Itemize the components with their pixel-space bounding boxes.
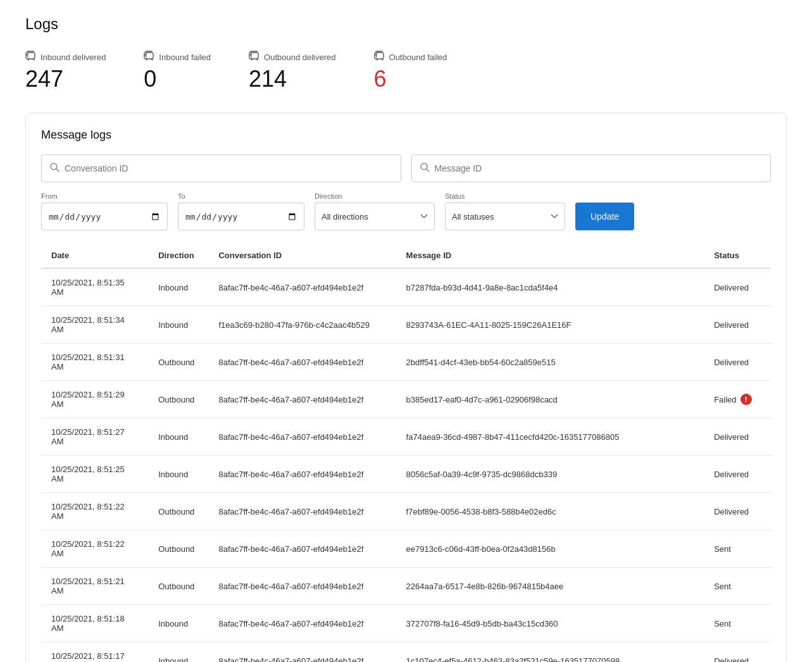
col-header-status: Status: [704, 243, 771, 268]
msg-id-cell: 1c107ec4-ef5a-4612-b463-83a2f521c59e-163…: [396, 642, 704, 663]
status-text: Failed: [714, 395, 736, 404]
status-filter-group: Status All statusesDeliveredFailedSent: [445, 192, 565, 230]
stat-outbound-failed: Outbound failed 6: [374, 51, 447, 92]
status-cell: Sent: [704, 568, 771, 605]
msg-id-cell: 2264aa7a-6517-4e8b-826b-9674815b4aee: [396, 568, 704, 605]
message-search-box: [411, 154, 771, 182]
conv-id-cell: 8afac7ff-be4c-46a7-a607-efd494eb1e2f: [208, 568, 396, 605]
message-search-icon: [420, 162, 430, 175]
update-button[interactable]: Update: [575, 203, 634, 230]
stat-label-text: Inbound delivered: [41, 53, 106, 62]
table-row[interactable]: 10/25/2021, 8:51:22 AM Outbound 8afac7ff…: [41, 530, 771, 568]
direction-select[interactable]: All directionsInboundOutbound: [315, 203, 435, 230]
conversation-id-input[interactable]: [65, 163, 393, 173]
svg-rect-3: [375, 53, 384, 59]
date-cell: 10/25/2021, 8:51:29 AM: [41, 381, 148, 418]
status-select[interactable]: All statusesDeliveredFailedSent: [445, 203, 565, 230]
status-label: Status: [445, 192, 565, 200]
stat-label-text: Outbound delivered: [264, 53, 335, 62]
conv-id-cell: f1ea3c69-b280-47fa-976b-c4c2aac4b529: [208, 306, 396, 344]
message-logs-card: Message logs: [25, 113, 787, 662]
page-title: Logs: [25, 15, 787, 33]
msg-id-cell: 8293743A-61EC-4A11-8025-159C26A1E16F: [396, 306, 704, 344]
msg-id-cell: ee7913c6-c06d-43ff-b0ea-0f2a43d8156b: [396, 530, 704, 568]
table-row[interactable]: 10/25/2021, 8:51:18 AM Inbound 8afac7ff-…: [41, 605, 771, 642]
status-cell: Failed!: [704, 381, 771, 418]
table-row[interactable]: 10/25/2021, 8:51:25 AM Inbound 8afac7ff-…: [41, 456, 771, 493]
from-filter-group: From: [41, 192, 168, 230]
conv-id-cell: 8afac7ff-be4c-46a7-a607-efd494eb1e2f: [208, 381, 396, 418]
col-header-direction: Direction: [148, 243, 208, 268]
msg-id-cell: f7ebf89e-0056-4538-b8f3-588b4e02ed6c: [396, 493, 704, 530]
date-cell: 10/25/2021, 8:51:18 AM: [41, 605, 148, 642]
stat-value: 247: [25, 66, 106, 92]
table-row[interactable]: 10/25/2021, 8:51:31 AM Outbound 8afac7ff…: [41, 344, 771, 381]
col-header-message-id: Message ID: [396, 243, 704, 268]
direction-cell: Outbound: [148, 493, 208, 530]
msg-id-cell: fa74aea9-36cd-4987-8b47-411cecfd420c-163…: [396, 418, 704, 456]
stat-value: 214: [249, 66, 335, 92]
from-date-input[interactable]: [41, 203, 168, 230]
svg-rect-0: [26, 53, 35, 59]
date-cell: 10/25/2021, 8:51:17 AM: [41, 642, 148, 663]
status-cell: Delivered: [704, 344, 771, 381]
conv-id-cell: 8afac7ff-be4c-46a7-a607-efd494eb1e2f: [208, 642, 396, 663]
col-header-conversation-id: Conversation ID: [208, 243, 396, 268]
date-cell: 10/25/2021, 8:51:34 AM: [41, 306, 148, 344]
search-row: [41, 154, 771, 182]
filter-row: From To Direction All directionsInboundO…: [41, 192, 771, 230]
to-date-input[interactable]: [178, 203, 304, 230]
status-cell: Delivered: [704, 418, 771, 456]
conv-id-cell: 8afac7ff-be4c-46a7-a607-efd494eb1e2f: [208, 344, 396, 381]
stat-icon: [144, 51, 155, 63]
stat-inbound-delivered: Inbound delivered 247: [25, 51, 106, 92]
stat-value: 6: [374, 66, 447, 92]
svg-rect-1: [144, 53, 153, 59]
msg-id-cell: b7287fda-b93d-4d41-9a8e-8ac1cda5f4e4: [396, 268, 704, 306]
conversation-search-icon: [49, 162, 59, 175]
direction-cell: Inbound: [148, 642, 208, 663]
status-failed: Failed!: [714, 394, 761, 405]
direction-cell: Outbound: [148, 568, 208, 605]
status-cell: Sent: [704, 605, 771, 642]
status-cell: Delivered: [704, 642, 771, 663]
message-id-input[interactable]: [435, 163, 763, 173]
table-row[interactable]: 10/25/2021, 8:51:22 AM Outbound 8afac7ff…: [41, 493, 771, 530]
stats-row: Inbound delivered 247 Inbound failed 0: [25, 51, 787, 92]
col-header-date: Date: [41, 243, 148, 268]
conv-id-cell: 8afac7ff-be4c-46a7-a607-efd494eb1e2f: [208, 530, 396, 568]
table-row[interactable]: 10/25/2021, 8:51:35 AM Inbound 8afac7ff-…: [41, 268, 771, 306]
status-cell: Sent: [704, 530, 771, 568]
from-label: From: [41, 192, 168, 200]
date-cell: 10/25/2021, 8:51:27 AM: [41, 418, 148, 456]
msg-id-cell: 372707f8-fa16-45d9-b5db-ba43c15cd360: [396, 605, 704, 642]
direction-cell: Inbound: [148, 418, 208, 456]
to-label: To: [178, 192, 304, 200]
table-row[interactable]: 10/25/2021, 8:51:17 AM Inbound 8afac7ff-…: [41, 642, 771, 663]
stat-label: Outbound failed: [374, 51, 447, 63]
stat-label-text: Inbound failed: [159, 53, 211, 62]
date-cell: 10/25/2021, 8:51:31 AM: [41, 344, 148, 381]
msg-id-cell: 8056c5af-0a39-4c9f-9735-dc9868dcb339: [396, 456, 704, 493]
stat-label: Inbound delivered: [25, 51, 106, 63]
conv-id-cell: 8afac7ff-be4c-46a7-a607-efd494eb1e2f: [208, 456, 396, 493]
direction-cell: Inbound: [148, 605, 208, 642]
table-row[interactable]: 10/25/2021, 8:51:29 AM Outbound 8afac7ff…: [41, 381, 771, 418]
message-logs-table: DateDirectionConversation IDMessage IDSt…: [41, 243, 771, 662]
direction-cell: Outbound: [148, 344, 208, 381]
msg-id-cell: 2bdff541-d4cf-43eb-bb54-60c2a859e515: [396, 344, 704, 381]
status-cell: Delivered: [704, 456, 771, 493]
conv-id-cell: 8afac7ff-be4c-46a7-a607-efd494eb1e2f: [208, 418, 396, 456]
stat-icon: [249, 51, 260, 63]
table-row[interactable]: 10/25/2021, 8:51:27 AM Inbound 8afac7ff-…: [41, 418, 771, 456]
stat-outbound-delivered: Outbound delivered 214: [249, 51, 335, 92]
stat-inbound-failed: Inbound failed 0: [144, 51, 211, 92]
msg-id-cell: b385ed17-eaf0-4d7c-a961-02906f98cacd: [396, 381, 704, 418]
stat-icon: [374, 51, 385, 63]
stat-icon: [25, 51, 37, 63]
table-row[interactable]: 10/25/2021, 8:51:34 AM Inbound f1ea3c69-…: [41, 306, 771, 344]
table-row[interactable]: 10/25/2021, 8:51:21 AM Outbound 8afac7ff…: [41, 568, 771, 605]
status-cell: Delivered: [704, 306, 771, 344]
page-container: Logs Inbound delivered 247 Inbou: [0, 0, 812, 662]
conv-id-cell: 8afac7ff-be4c-46a7-a607-efd494eb1e2f: [208, 268, 396, 306]
